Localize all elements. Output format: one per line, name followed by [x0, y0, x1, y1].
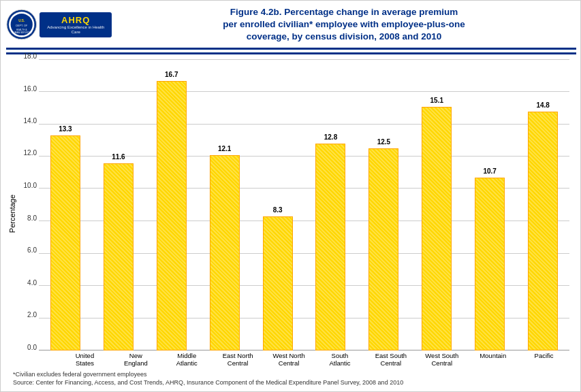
- bar-group: 16.7: [145, 60, 198, 350]
- bar-value-label: 12.1: [210, 145, 239, 152]
- bar: 11.6: [104, 163, 134, 350]
- bar-value-label: 14.8: [529, 101, 557, 109]
- x-axis-label: MiddleAtlantic: [161, 352, 213, 368]
- svg-text:HEALTH &: HEALTH &: [16, 29, 28, 31]
- bar: 10.7: [475, 178, 505, 350]
- bar: 13.3: [50, 135, 80, 350]
- bar-group: 12.8: [304, 60, 358, 350]
- bar-group: 12.1: [198, 60, 251, 350]
- y-tick-label: 4.0: [16, 278, 37, 286]
- x-axis-label: Pacific: [518, 352, 569, 368]
- footnote-line1: *Civilian excludes federal government em…: [13, 370, 576, 379]
- bar-group: 10.7: [463, 60, 516, 350]
- y-tick-label: 2.0: [16, 311, 37, 318]
- chart-title-area: Figure 4.2b. Percentage change in averag…: [112, 6, 576, 44]
- bar-value-label: 12.8: [316, 133, 345, 141]
- bar: 8.3: [263, 216, 293, 350]
- svg-text:U.S.: U.S.: [18, 20, 25, 23]
- chart-area: 18.016.014.012.010.08.06.04.02.00.013.31…: [18, 60, 576, 368]
- chart-container: Percentage 18.016.014.012.010.08.06.04.0…: [6, 57, 576, 387]
- bar: 12.8: [315, 144, 345, 350]
- bar-value-label: 11.6: [104, 153, 133, 161]
- bar-group: 11.6: [92, 60, 145, 350]
- bar-value-label: 15.1: [422, 97, 451, 104]
- x-axis-label: West SouthCentral: [416, 352, 467, 368]
- blue-divider: [6, 52, 576, 54]
- ahrq-text: AHRQ: [61, 15, 90, 25]
- x-axis-label: SouthAtlantic: [315, 352, 366, 368]
- footnote-line2: Source: Center for Financing, Access, an…: [13, 378, 576, 387]
- chart-title: Figure 4.2b. Percentage change in averag…: [112, 6, 576, 44]
- chart-body: Percentage 18.016.014.012.010.08.06.04.0…: [6, 60, 576, 368]
- bar: 14.8: [528, 112, 558, 350]
- y-tick-label: 10.0: [16, 181, 37, 189]
- bar-group: 14.8: [516, 60, 569, 350]
- logo-area: U.S. DEPT. OF HEALTH & HUMAN SERVICES AH…: [6, 8, 112, 41]
- bar-value-label: 16.7: [157, 71, 186, 78]
- bar-group: 12.5: [357, 60, 410, 350]
- svg-text:DEPT. OF: DEPT. OF: [16, 24, 28, 27]
- bar-value-label: 12.5: [369, 138, 398, 146]
- y-tick-label: 12.0: [16, 149, 37, 157]
- bar-group: 8.3: [251, 60, 304, 350]
- header: U.S. DEPT. OF HEALTH & HUMAN SERVICES AH…: [6, 6, 576, 50]
- footnote-area: *Civilian excludes federal government em…: [6, 370, 576, 387]
- x-axis-label: East SouthCentral: [365, 352, 416, 368]
- x-axis-label: West NorthCentral: [264, 352, 315, 368]
- grid-and-bars: 18.016.014.012.010.08.06.04.02.00.013.31…: [39, 60, 569, 350]
- x-labels: UnitedStatesNewEnglandMiddleAtlanticEast…: [59, 352, 569, 368]
- x-axis-label: NewEngland: [110, 352, 161, 368]
- bar-group: 15.1: [410, 60, 463, 350]
- bar: 12.1: [210, 155, 240, 350]
- bar: 16.7: [157, 81, 187, 351]
- bar-value-label: 8.3: [264, 206, 292, 214]
- bar-value-label: 13.3: [51, 125, 80, 133]
- bar: 15.1: [422, 107, 452, 351]
- bars-row: 13.311.616.712.18.312.812.515.110.714.8: [39, 60, 569, 350]
- x-axis-label: East NorthCentral: [213, 352, 264, 368]
- bar-value-label: 10.7: [475, 167, 504, 175]
- svg-text:HUMAN SERVICES: HUMAN SERVICES: [12, 32, 32, 35]
- hhs-seal-icon: U.S. DEPT. OF HEALTH & HUMAN SERVICES: [6, 8, 37, 41]
- y-tick-label: 14.0: [16, 117, 37, 125]
- x-axis-label: UnitedStates: [59, 352, 110, 368]
- y-tick-label: 18.0: [16, 52, 37, 60]
- y-tick-label: 16.0: [16, 84, 37, 92]
- x-axis-label: Mountain: [467, 352, 518, 368]
- ahrq-sub: Advancing Excellence in Health Care: [44, 25, 108, 35]
- bar-group: 13.3: [39, 60, 92, 350]
- y-tick-label: 6.0: [16, 246, 37, 254]
- bar: 12.5: [368, 148, 398, 350]
- y-tick-label: 8.0: [16, 214, 37, 221]
- ahrq-logo: AHRQ Advancing Excellence in Health Care: [40, 12, 112, 37]
- y-tick-label: 0.0: [16, 343, 37, 350]
